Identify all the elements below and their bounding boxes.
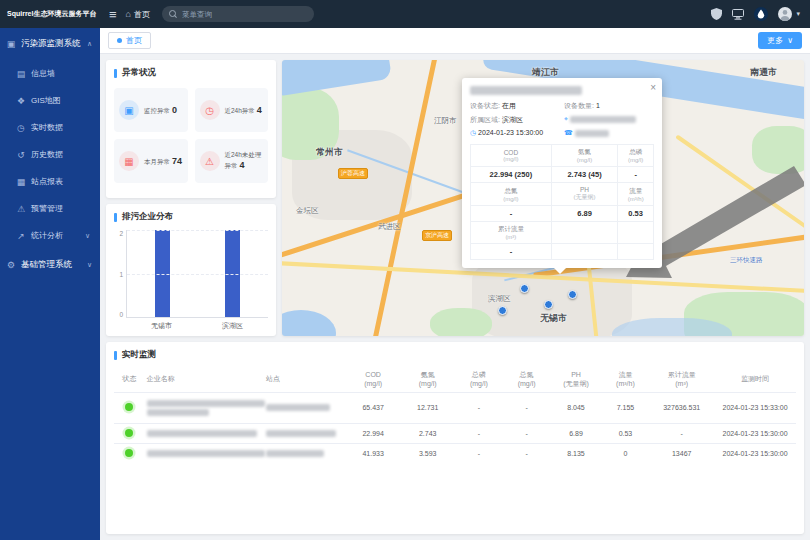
sidebar-item-site-report[interactable]: ▦ 站点报表: [0, 168, 100, 195]
metric-value: -: [471, 244, 552, 260]
column-header: 监测时间: [714, 368, 796, 392]
map-label-highway: 京沪高速: [422, 230, 452, 241]
more-button[interactable]: 更多 ∨: [758, 32, 802, 49]
breadcrumb[interactable]: ⌂ 首页: [126, 9, 150, 20]
chevron-down-icon: ▾: [796, 10, 800, 18]
field-label: 设备状态:: [470, 102, 500, 109]
bar-xlabels: 无锡市滨湖区: [126, 318, 268, 330]
map-label-city: 常州市: [316, 146, 343, 159]
gis-map-icon: ❖: [16, 96, 26, 106]
sidebar-item-statistics[interactable]: ↗ 统计分析 ∨: [0, 222, 100, 249]
sidebar-item-realtime-data[interactable]: ◷ 实时数据: [0, 114, 100, 141]
abnormal-status-card: 异常状况 ▣ 监控异常0 ◷ 近24h异常4 ▦ 本月异常74: [106, 60, 276, 198]
user-avatar[interactable]: [778, 7, 792, 21]
menu-label: 信息墙: [31, 68, 55, 79]
site-marker[interactable]: [568, 290, 577, 299]
table-row[interactable]: 22.994 2.743 - - 6.89 0.53 - 2024-01-23 …: [114, 423, 796, 443]
settings-icon: ⚙: [6, 260, 16, 270]
redacted-enterprise-name: [147, 450, 265, 457]
redacted-site-name: [266, 430, 336, 437]
breadcrumb-label: 首页: [134, 9, 150, 20]
column-header: PH(无量纲): [550, 368, 601, 392]
metric-unit: (m³): [473, 234, 549, 240]
card-title: 实时监测: [122, 349, 156, 361]
map-label-city: 无锡市: [540, 312, 567, 325]
sidebar-section-pollution-monitoring[interactable]: ▣ 污染源监测系统 ∧: [0, 28, 100, 60]
search-input[interactable]: [182, 10, 307, 19]
close-icon[interactable]: ×: [650, 82, 656, 93]
menu-label: 历史数据: [31, 149, 63, 160]
history-data-icon: ↺: [16, 150, 26, 160]
metric-name: 总磷: [620, 148, 651, 157]
cell-flow: 7.155: [602, 392, 650, 423]
tile-value: 4: [257, 105, 262, 115]
redacted-enterprise-name: [147, 409, 209, 416]
gridline: [127, 230, 268, 231]
shield-icon[interactable]: [711, 8, 722, 20]
site-info-popup: × 设备状态: 在用 设备数量: 1 所属区域: 滨湖区 ⌖ ◷2024-01-…: [462, 78, 662, 268]
site-report-icon: ▦: [16, 177, 26, 187]
site-marker[interactable]: [520, 284, 529, 293]
cell-tn: -: [503, 423, 551, 443]
cell-ph: 8.135: [550, 443, 601, 463]
redacted-phone: [575, 130, 609, 137]
menu-label: 预警管理: [31, 203, 63, 214]
tab-label: 首页: [126, 35, 142, 46]
fullscreen-monitor-icon[interactable]: [732, 9, 744, 20]
card-title: 异常状况: [122, 67, 156, 79]
card-title: 排污企业分布: [122, 211, 173, 223]
tile-monitor-abnormal[interactable]: ▣ 监控异常0: [114, 88, 188, 132]
search-box[interactable]: [162, 6, 314, 22]
lake-shape: [282, 310, 336, 336]
metric-unit: (mg/l): [473, 156, 549, 162]
cell-tp: -: [455, 423, 503, 443]
menu-label: 统计分析: [31, 230, 63, 241]
sidebar-item-info-wall[interactable]: ▤ 信息墙: [0, 60, 100, 87]
tile-label: 监控异常: [144, 107, 170, 114]
water-drop-logo-icon[interactable]: [754, 7, 768, 21]
hamburger-menu-icon[interactable]: ≡: [109, 8, 117, 21]
sidebar-section-basic-management[interactable]: ⚙ 基础管理系统 ∨: [0, 249, 100, 281]
tile-24h-unhandled-abnormal[interactable]: ⚠ 近24h未处理异常4: [195, 139, 269, 183]
map-label-district: 滨湖区: [488, 294, 511, 304]
search-icon: [169, 10, 177, 18]
map-label-district: 江阴市: [434, 116, 457, 126]
sidebar-item-warning-management[interactable]: ⚠ 预警管理: [0, 195, 100, 222]
cell-ph: 6.89: [550, 423, 601, 443]
pollution-system-icon: ▣: [6, 39, 16, 49]
tab-home[interactable]: 首页: [108, 32, 151, 49]
map-card[interactable]: 长江 靖江市 南通市 常州市 江阴市 金坛区 武进区 无锡市 滨湖区 三环快速路…: [282, 60, 804, 336]
table-row[interactable]: 41.933 3.593 - - 8.135 0 13467 2024-01-2…: [114, 443, 796, 463]
monitor-icon: ▣: [119, 100, 139, 120]
metric-name: PH: [554, 186, 616, 193]
cell-tn: -: [503, 392, 551, 423]
chevron-up-icon: ∧: [87, 40, 92, 48]
table-row[interactable]: 65.437 12.731 - - 8.045 7.155 327636.531…: [114, 392, 796, 423]
column-header: 状态: [114, 368, 145, 392]
site-marker[interactable]: [498, 306, 507, 315]
column-header: 累计流量(m³): [649, 368, 714, 392]
cell-tn: -: [503, 443, 551, 463]
metric-value: 22.994 (250): [471, 167, 552, 183]
popup-time: 2024-01-23 15:30:00: [478, 129, 543, 136]
sidebar-item-gis-map[interactable]: ❖ GIS地图: [0, 87, 100, 114]
bar-chart: 210 无锡市滨湖区: [114, 230, 268, 330]
redacted-site-name: [266, 404, 330, 411]
tile-24h-abnormal[interactable]: ◷ 近24h异常4: [195, 88, 269, 132]
topbar-actions: ▾: [711, 7, 810, 21]
metric-name: 累计流量: [473, 225, 549, 234]
phone-icon: ☎: [564, 129, 573, 136]
map-label-district: 金坛区: [296, 206, 319, 216]
metric-value: 2.743 (45): [551, 167, 618, 183]
status-dot-green: [125, 403, 133, 411]
tile-month-abnormal[interactable]: ▦ 本月异常74: [114, 139, 188, 183]
cell-cod: 41.933: [346, 443, 401, 463]
section-label: 污染源监测系统: [21, 38, 81, 50]
column-header: 总磷(mg/l): [455, 368, 503, 392]
metric-value: -: [618, 167, 654, 183]
column-header: 企业名称: [145, 368, 264, 392]
card-accent-bar: [114, 351, 117, 360]
monitoring-table: 状态 企业名称 站点 COD(mg/l) 氨氮(mg/l) 总磷(mg/l) 总…: [114, 368, 796, 463]
site-marker[interactable]: [544, 300, 553, 309]
sidebar-item-history-data[interactable]: ↺ 历史数据: [0, 141, 100, 168]
